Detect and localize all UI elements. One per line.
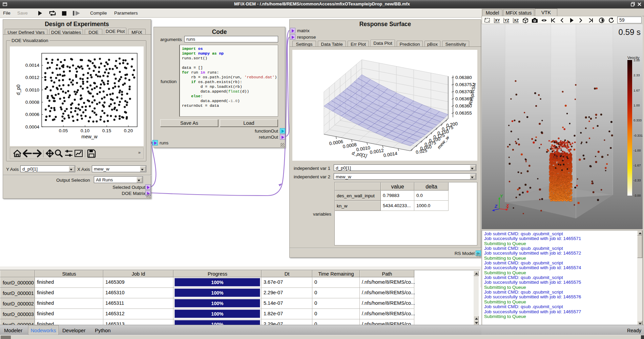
svg-text:0.06355: 0.06355 — [455, 111, 472, 116]
svg-text:0.0012: 0.0012 — [370, 148, 384, 155]
svg-text:0.0008: 0.0008 — [25, 100, 39, 105]
svg-text:X: X — [506, 203, 510, 208]
svg-text:0.0014: 0.0014 — [25, 63, 40, 68]
svg-text:2.33: 2.33 — [633, 73, 640, 77]
svg-text:0.333: 0.333 — [633, 118, 642, 122]
svg-text:0.06370: 0.06370 — [455, 89, 472, 94]
svg-text:d_p0: d_p0 — [16, 84, 21, 95]
svg-text:mew_w: mew_w — [81, 134, 98, 139]
svg-text:-1.00: -1.00 — [633, 148, 641, 152]
svg-text:0.05: 0.05 — [59, 128, 68, 133]
svg-text:0.0006: 0.0006 — [25, 112, 39, 117]
svg-text:d_p0[1]: d_p0[1] — [351, 151, 368, 159]
svg-text:-2.33: -2.33 — [633, 178, 641, 182]
svg-text:1.67: 1.67 — [633, 88, 640, 92]
svg-text:Z: Z — [494, 204, 498, 209]
svg-text:0.0012: 0.0012 — [25, 75, 39, 80]
svg-text:0.0008: 0.0008 — [342, 142, 357, 149]
svg-text:0.200: 0.200 — [446, 121, 458, 128]
svg-text:-1.67: -1.67 — [633, 163, 641, 167]
svg-text:0.06375: 0.06375 — [455, 82, 472, 87]
svg-text:0.59 s: 0.59 s — [619, 27, 641, 37]
svg-text:-3.00: -3.00 — [633, 194, 641, 197]
svg-text:0.06380: 0.06380 — [455, 75, 472, 80]
svg-text:-0.331: -0.331 — [633, 134, 643, 137]
svg-text:0.0014: 0.0014 — [383, 151, 398, 158]
svg-text:1.00: 1.00 — [633, 103, 640, 107]
svg-text:Y: Y — [500, 194, 503, 199]
svg-text:XY: XY — [495, 18, 500, 22]
svg-text:0.0010: 0.0010 — [356, 145, 371, 152]
svg-text:3.00: 3.00 — [633, 58, 640, 62]
svg-text:0.0004: 0.0004 — [25, 124, 40, 129]
svg-text:0.15: 0.15 — [102, 128, 111, 133]
svg-text:XZ: XZ — [514, 18, 519, 22]
svg-text:0.20: 0.20 — [124, 128, 133, 133]
svg-text:YZ: YZ — [504, 18, 509, 22]
svg-text:0.0010: 0.0010 — [25, 87, 39, 93]
svg-text:0.0006: 0.0006 — [329, 139, 344, 146]
svg-text:0.10: 0.10 — [81, 128, 89, 133]
